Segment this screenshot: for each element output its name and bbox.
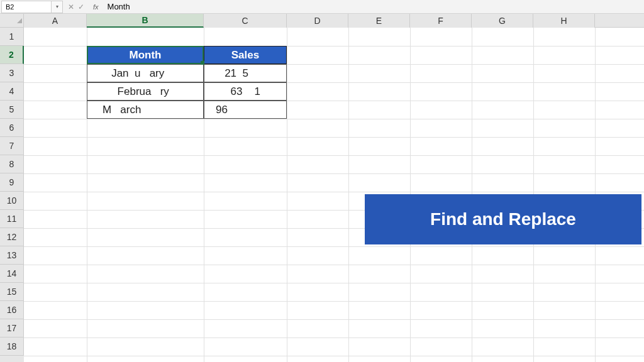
row-header-3[interactable]: 3 — [0, 64, 24, 82]
col-header-h[interactable]: H — [533, 14, 595, 28]
formula-input[interactable] — [103, 1, 644, 13]
table-header-sales: Sales — [231, 49, 259, 62]
cell-value: 63 1 — [216, 85, 260, 98]
cancel-icon[interactable]: ✕ — [68, 3, 74, 11]
callout-text: Find and Replace — [430, 209, 576, 229]
cell-grid[interactable]: Month Sales Jan u ary 21 5 Februa ry 63 … — [24, 28, 644, 362]
col-header-e[interactable]: E — [348, 14, 410, 28]
row-header-16[interactable]: 16 — [0, 301, 24, 319]
row-header-2[interactable]: 2 — [0, 46, 24, 64]
cell-c4[interactable]: 63 1 — [204, 82, 287, 101]
col-header-a[interactable]: A — [24, 14, 87, 28]
row-header-9[interactable]: 9 — [0, 173, 24, 192]
row-header-10[interactable]: 10 — [0, 192, 24, 210]
cell-c2[interactable]: Sales — [204, 46, 287, 64]
table-header-month: Month — [130, 49, 162, 62]
row-header-12[interactable]: 12 — [0, 228, 24, 246]
name-box-value: B2 — [6, 3, 14, 11]
row-header-8[interactable]: 8 — [0, 155, 24, 173]
cell-value: M arch — [103, 104, 141, 116]
col-header-d[interactable]: D — [287, 14, 348, 28]
select-all-corner[interactable] — [0, 14, 24, 27]
column-headers: A B C D E F G H — [0, 14, 644, 28]
cell-c5[interactable]: 96 — [204, 101, 287, 119]
row-header-7[interactable]: 7 — [0, 137, 24, 155]
name-box[interactable]: B2 — [1, 1, 52, 13]
cell-value: 21 5 — [216, 67, 248, 80]
fx-icon[interactable]: fx — [89, 3, 103, 11]
cell-value: Februa ry — [103, 85, 169, 98]
formula-bar-buttons: ✕ ✓ — [63, 3, 89, 11]
row-header-11[interactable]: 11 — [0, 210, 24, 228]
cell-b3[interactable]: Jan u ary — [87, 64, 204, 82]
cell-b2[interactable]: Month — [87, 46, 204, 64]
col-header-g[interactable]: G — [472, 14, 533, 28]
row-headers: 1 2 3 4 5 6 7 8 9 10 11 12 13 14 15 16 1… — [0, 28, 24, 362]
formula-bar: B2 ▾ ✕ ✓ fx — [0, 0, 644, 14]
row-header-13[interactable]: 13 — [0, 246, 24, 265]
col-header-b[interactable]: B — [87, 14, 204, 28]
row-header-6[interactable]: 6 — [0, 119, 24, 137]
cell-b4[interactable]: Februa ry — [87, 82, 204, 101]
callout-banner: Find and Replace — [365, 194, 641, 244]
enter-icon[interactable]: ✓ — [78, 3, 84, 11]
cell-value: Jan u ary — [103, 67, 164, 80]
cell-b5[interactable]: M arch — [87, 101, 204, 119]
row-header-18[interactable]: 18 — [0, 337, 24, 356]
col-header-c[interactable]: C — [204, 14, 287, 28]
name-box-dropdown[interactable]: ▾ — [52, 1, 63, 13]
col-header-f[interactable]: F — [410, 14, 472, 28]
cell-value: 96 — [216, 104, 228, 116]
sheet-body: 1 2 3 4 5 6 7 8 9 10 11 12 13 14 15 16 1… — [0, 28, 644, 362]
row-header-17[interactable]: 17 — [0, 319, 24, 337]
row-header-14[interactable]: 14 — [0, 265, 24, 283]
row-header-1[interactable]: 1 — [0, 28, 24, 46]
cell-c3[interactable]: 21 5 — [204, 64, 287, 82]
row-header-15[interactable]: 15 — [0, 283, 24, 301]
row-header-4[interactable]: 4 — [0, 82, 24, 101]
row-header-5[interactable]: 5 — [0, 101, 24, 119]
